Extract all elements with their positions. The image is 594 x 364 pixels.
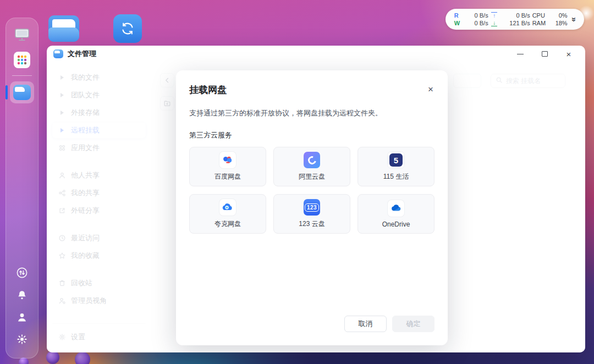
123-pan-icon: 123	[304, 199, 320, 216]
bell-icon	[16, 294, 28, 303]
upload-value: 0 B/s	[501, 12, 530, 19]
person-icon	[16, 316, 28, 325]
write-value: 0 B/s	[464, 20, 488, 26]
dialog-title: 挂载网盘	[189, 84, 227, 96]
dialog-description: 支持通过第三方的标准开放协议，将网盘挂载为远程文件夹。	[189, 108, 435, 118]
download-value: 121 B/s	[501, 20, 530, 26]
service-card-123[interactable]: 123 123 云盘	[273, 194, 350, 234]
maximize-button[interactable]	[540, 49, 549, 58]
system-stats-pill: R 0 B/s ↑ 0 B/s CPU 0% W 0 B/s ↓ 121 B/s…	[446, 9, 584, 30]
desktop-folder-icon[interactable]	[48, 15, 79, 42]
read-label: R	[454, 12, 462, 19]
ram-value: 18%	[552, 20, 568, 26]
minimize-icon	[517, 54, 524, 54]
dock-divider	[12, 75, 32, 76]
service-card-aliyun[interactable]: 阿里云盘	[273, 147, 350, 186]
window-close-button[interactable]: ×	[564, 49, 573, 58]
service-card-onedrive[interactable]: OneDrive	[358, 194, 435, 234]
wallpaper-bubble	[75, 352, 90, 364]
dock-item-settings[interactable]	[16, 333, 28, 348]
titlebar: 文件管理 ×	[47, 46, 585, 62]
dock-item-notifications[interactable]	[16, 289, 28, 304]
upload-icon: ↑	[491, 12, 497, 19]
dock-item-transfers[interactable]	[15, 266, 29, 282]
write-label: W	[454, 20, 462, 26]
onedrive-icon	[388, 200, 404, 217]
dock-item-file-manager[interactable]	[10, 81, 34, 103]
baidu-netdisk-icon	[219, 152, 236, 168]
transfer-icon	[15, 272, 29, 281]
monitor-icon	[14, 27, 30, 44]
desktop-sync-icon[interactable]	[113, 14, 142, 43]
chevron-double-down-icon[interactable]: »	[569, 16, 579, 23]
wallpaper-bubble	[46, 351, 59, 364]
cpu-value: 0%	[552, 12, 568, 19]
file-manager-window: 文件管理 × 我的文件 团队文件 外接存储 远程挂载	[47, 46, 585, 352]
mount-netdisk-dialog: 挂载网盘 × 支持通过第三方的标准开放协议，将网盘挂载为远程文件夹。 第三方云服…	[176, 70, 448, 345]
dock-item-app-launcher[interactable]	[10, 49, 34, 71]
read-value: 0 B/s	[464, 12, 488, 19]
aliyun-drive-icon	[304, 152, 320, 168]
cpu-label: CPU	[532, 12, 550, 19]
dialog-close-icon[interactable]: ×	[427, 84, 435, 95]
app-folder-icon	[53, 49, 63, 58]
service-card-115[interactable]: 5 115 生活	[358, 147, 435, 186]
service-card-baidu[interactable]: 百度网盘	[189, 147, 266, 186]
115-life-icon: 5	[388, 152, 404, 168]
quark-netdisk-icon	[219, 199, 236, 216]
cancel-button[interactable]: 取消	[344, 316, 387, 332]
cloud-service-grid: 百度网盘 阿里云盘 5 115 生活 夸克网盘 123	[189, 147, 435, 234]
dock	[6, 18, 38, 359]
window-title: 文件管理	[68, 49, 96, 59]
gear-icon	[16, 338, 28, 347]
app-grid-icon	[14, 52, 30, 68]
section-label: 第三方云服务	[189, 130, 435, 140]
dock-item-desktop[interactable]	[10, 25, 34, 47]
download-icon: ↓	[491, 20, 497, 26]
confirm-button[interactable]: 确定	[392, 316, 435, 332]
maximize-icon	[542, 51, 548, 57]
service-card-quark[interactable]: 夸克网盘	[189, 194, 266, 234]
ram-label: RAM	[532, 20, 550, 26]
file-manager-icon	[13, 85, 31, 100]
minimize-button[interactable]	[516, 49, 525, 58]
dock-item-account[interactable]	[16, 311, 28, 326]
